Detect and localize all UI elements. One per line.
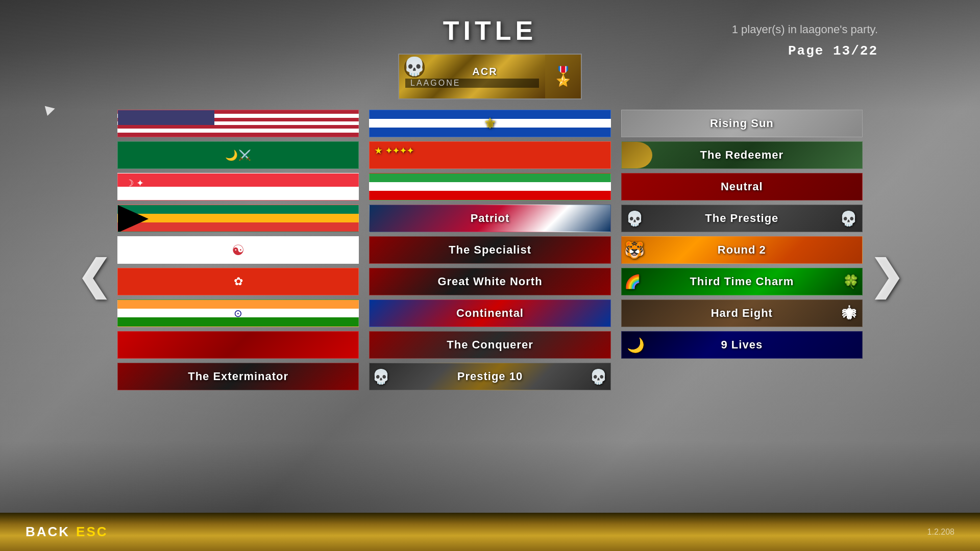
special-item-rising-sun[interactable]: Rising Sun xyxy=(621,110,863,137)
special-item-third-time[interactable]: Third Time Charm xyxy=(621,268,863,295)
title-label: Patriot xyxy=(471,212,510,225)
title-item-iran[interactable] xyxy=(369,173,610,201)
nav-arrow-left[interactable]: ❮ xyxy=(77,252,111,299)
title-label: The Specialist xyxy=(449,243,531,257)
nav-arrow-right[interactable]: ❯ xyxy=(869,252,903,299)
special-label: Round 2 xyxy=(718,243,766,257)
flag-item-india[interactable] xyxy=(117,299,359,327)
title-item-patriot[interactable]: Patriot xyxy=(369,205,610,232)
title-grid: Rising Sun The Redeemer Neutral Patriot … xyxy=(117,110,863,390)
party-info: 1 player(s) in laagone's party. xyxy=(732,23,878,36)
flag-item-generic1[interactable] xyxy=(117,331,359,359)
special-label: Prestige 10 xyxy=(457,370,523,383)
flag-item-saudi[interactable] xyxy=(117,141,359,169)
special-label: Third Time Charm xyxy=(690,275,794,288)
bottom-bar: BACK ESC 1.2.208 xyxy=(0,513,980,551)
title-item-specialist[interactable]: The Specialist xyxy=(369,236,610,264)
page-number: Page 13/22 xyxy=(788,43,878,59)
special-item-redeemer[interactable]: The Redeemer xyxy=(621,141,863,169)
back-label: BACK xyxy=(26,524,70,540)
player-card[interactable]: ACR LAAGONE 🎖️ xyxy=(398,54,582,99)
version-label: 1.2.208 xyxy=(927,528,954,537)
special-label: The Redeemer xyxy=(700,148,784,162)
cursor xyxy=(45,104,57,116)
flag-item-south-africa[interactable] xyxy=(117,205,359,232)
title-item-el-salvador[interactable] xyxy=(369,110,610,137)
special-label: Neutral xyxy=(721,180,763,193)
player-emblem: 🎖️ xyxy=(545,55,581,98)
title-item-continental[interactable]: Continental xyxy=(369,299,610,327)
player-acr-label: ACR xyxy=(405,66,539,78)
special-label: 9 Lives xyxy=(721,338,763,352)
back-key[interactable]: ESC xyxy=(76,524,108,540)
special-item-round2[interactable]: Round 2 xyxy=(621,236,863,264)
flag-item-usa[interactable] xyxy=(117,110,359,137)
special-item-hard-eight[interactable]: Hard Eight xyxy=(621,299,863,327)
title-label: The Conquerer xyxy=(447,338,533,352)
title-item-china[interactable] xyxy=(369,141,610,169)
special-label: Rising Sun xyxy=(710,117,774,130)
title-label: The Exterminator xyxy=(188,370,288,383)
special-item-9lives[interactable]: 9 Lives xyxy=(621,331,863,359)
title-item-conquerer[interactable]: The Conquerer xyxy=(369,331,610,359)
title-label: Great White North xyxy=(437,275,542,288)
special-item-prestige10[interactable]: Prestige 10 xyxy=(369,363,610,390)
title-label: Continental xyxy=(456,307,524,320)
special-item-prestige[interactable]: The Prestige xyxy=(621,205,863,232)
player-banner: ACR LAAGONE xyxy=(399,55,545,98)
special-item-neutral[interactable]: Neutral xyxy=(621,173,863,201)
title-item-gwn[interactable]: Great White North xyxy=(369,268,610,295)
title-item-exterminator[interactable]: The Exterminator xyxy=(117,363,359,390)
flag-item-singapore[interactable] xyxy=(117,173,359,201)
player-name: LAAGONE xyxy=(405,79,539,88)
flag-item-south-korea[interactable] xyxy=(117,236,359,264)
flag-item-hong-kong[interactable] xyxy=(117,268,359,295)
special-label: Hard Eight xyxy=(711,307,773,320)
special-label: The Prestige xyxy=(705,212,778,225)
